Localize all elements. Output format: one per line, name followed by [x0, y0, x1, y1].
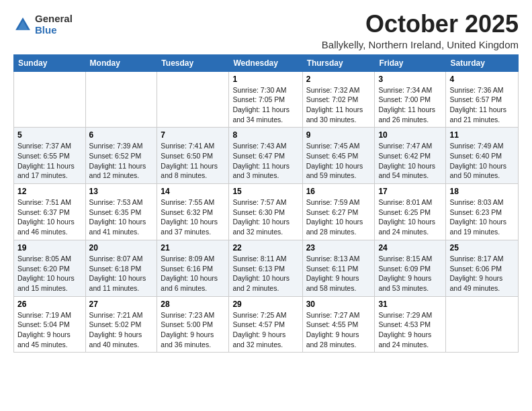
table-row: 15Sunrise: 7:57 AM Sunset: 6:30 PM Dayli… [229, 184, 302, 240]
page: General Blue October 2025 Ballykelly, No… [0, 0, 532, 359]
day-number: 8 [232, 130, 298, 140]
day-info: Sunrise: 7:43 AM Sunset: 6:47 PM Dayligh… [232, 141, 298, 181]
day-info: Sunrise: 7:51 AM Sunset: 6:37 PM Dayligh… [17, 197, 82, 237]
day-info: Sunrise: 7:49 AM Sunset: 6:40 PM Dayligh… [449, 141, 515, 181]
table-row: 18Sunrise: 8:03 AM Sunset: 6:23 PM Dayli… [446, 184, 519, 240]
day-info: Sunrise: 7:25 AM Sunset: 4:57 PM Dayligh… [232, 310, 298, 350]
day-number: 11 [449, 130, 515, 140]
day-number: 27 [89, 300, 154, 309]
table-row: 2Sunrise: 7:32 AM Sunset: 7:02 PM Daylig… [302, 71, 375, 128]
day-info: Sunrise: 8:13 AM Sunset: 6:11 PM Dayligh… [306, 254, 371, 293]
calendar-week-row: 12Sunrise: 7:51 AM Sunset: 6:37 PM Dayli… [14, 184, 519, 240]
calendar-header-row: Sunday Monday Tuesday Wednesday Thursday… [14, 54, 519, 71]
logo-text: General Blue [35, 13, 73, 36]
table-row: 10Sunrise: 7:47 AM Sunset: 6:42 PM Dayli… [375, 128, 446, 184]
day-info: Sunrise: 7:59 AM Sunset: 6:27 PM Dayligh… [306, 197, 371, 237]
day-number: 13 [89, 187, 154, 196]
table-row: 8Sunrise: 7:43 AM Sunset: 6:47 PM Daylig… [229, 128, 302, 184]
calendar-week-row: 26Sunrise: 7:19 AM Sunset: 5:04 PM Dayli… [14, 296, 519, 353]
day-info: Sunrise: 8:03 AM Sunset: 6:23 PM Dayligh… [449, 197, 515, 237]
table-row: 17Sunrise: 8:01 AM Sunset: 6:25 PM Dayli… [375, 184, 446, 240]
calendar-table: Sunday Monday Tuesday Wednesday Thursday… [13, 54, 519, 353]
table-row: 9Sunrise: 7:45 AM Sunset: 6:45 PM Daylig… [302, 128, 375, 184]
day-info: Sunrise: 7:45 AM Sunset: 6:45 PM Dayligh… [306, 141, 371, 181]
day-number: 2 [306, 75, 371, 84]
table-row [14, 71, 86, 128]
calendar-week-row: 19Sunrise: 8:05 AM Sunset: 6:20 PM Dayli… [14, 240, 519, 296]
day-info: Sunrise: 8:15 AM Sunset: 6:09 PM Dayligh… [378, 254, 442, 293]
day-info: Sunrise: 7:36 AM Sunset: 6:57 PM Dayligh… [449, 85, 515, 125]
calendar-week-row: 5Sunrise: 7:37 AM Sunset: 6:55 PM Daylig… [14, 128, 519, 184]
logo: General Blue [13, 13, 73, 36]
day-number: 28 [161, 300, 225, 309]
day-info: Sunrise: 8:11 AM Sunset: 6:13 PM Dayligh… [232, 254, 298, 293]
day-info: Sunrise: 7:30 AM Sunset: 7:05 PM Dayligh… [232, 85, 298, 125]
day-number: 26 [17, 300, 82, 309]
day-info: Sunrise: 7:37 AM Sunset: 6:55 PM Dayligh… [17, 141, 82, 181]
day-info: Sunrise: 7:21 AM Sunset: 5:02 PM Dayligh… [89, 310, 154, 350]
table-row: 27Sunrise: 7:21 AM Sunset: 5:02 PM Dayli… [85, 296, 157, 353]
table-row [157, 71, 229, 128]
table-row: 20Sunrise: 8:07 AM Sunset: 6:18 PM Dayli… [85, 240, 157, 296]
day-info: Sunrise: 7:23 AM Sunset: 5:00 PM Dayligh… [161, 310, 225, 350]
day-number: 31 [378, 300, 442, 309]
day-info: Sunrise: 8:09 AM Sunset: 6:16 PM Dayligh… [161, 254, 225, 293]
day-number: 3 [378, 75, 442, 84]
day-info: Sunrise: 7:29 AM Sunset: 4:53 PM Dayligh… [378, 310, 442, 350]
day-info: Sunrise: 7:27 AM Sunset: 4:55 PM Dayligh… [306, 310, 371, 350]
day-number: 19 [17, 243, 82, 253]
day-number: 10 [378, 130, 442, 140]
table-row: 23Sunrise: 8:13 AM Sunset: 6:11 PM Dayli… [302, 240, 375, 296]
table-row: 12Sunrise: 7:51 AM Sunset: 6:37 PM Dayli… [14, 184, 86, 240]
table-row: 4Sunrise: 7:36 AM Sunset: 6:57 PM Daylig… [446, 71, 519, 128]
day-number: 9 [306, 130, 371, 140]
table-row: 22Sunrise: 8:11 AM Sunset: 6:13 PM Dayli… [229, 240, 302, 296]
day-info: Sunrise: 7:41 AM Sunset: 6:50 PM Dayligh… [161, 141, 225, 181]
day-number: 1 [232, 75, 298, 84]
month-title: October 2025 [322, 11, 519, 38]
day-number: 24 [378, 243, 442, 253]
day-number: 6 [89, 130, 154, 140]
logo-general: General [35, 13, 73, 25]
table-row: 30Sunrise: 7:27 AM Sunset: 4:55 PM Dayli… [302, 296, 375, 353]
day-info: Sunrise: 8:17 AM Sunset: 6:06 PM Dayligh… [449, 254, 515, 293]
location-title: Ballykelly, Northern Ireland, United Kin… [322, 39, 519, 50]
header-saturday: Saturday [446, 54, 519, 71]
day-number: 30 [306, 300, 371, 309]
day-info: Sunrise: 7:55 AM Sunset: 6:32 PM Dayligh… [161, 197, 225, 237]
day-number: 12 [17, 187, 82, 196]
header-sunday: Sunday [14, 54, 86, 71]
title-block: October 2025 Ballykelly, Northern Irelan… [322, 11, 519, 50]
header-thursday: Thursday [302, 54, 375, 71]
logo-blue: Blue [35, 25, 73, 36]
table-row [446, 296, 519, 353]
day-number: 21 [161, 243, 225, 253]
table-row: 14Sunrise: 7:55 AM Sunset: 6:32 PM Dayli… [157, 184, 229, 240]
table-row: 28Sunrise: 7:23 AM Sunset: 5:00 PM Dayli… [157, 296, 229, 353]
table-row: 24Sunrise: 8:15 AM Sunset: 6:09 PM Dayli… [375, 240, 446, 296]
day-number: 18 [449, 187, 515, 196]
day-info: Sunrise: 8:05 AM Sunset: 6:20 PM Dayligh… [17, 254, 82, 293]
day-number: 17 [378, 187, 442, 196]
table-row: 25Sunrise: 8:17 AM Sunset: 6:06 PM Dayli… [446, 240, 519, 296]
day-number: 29 [232, 300, 298, 309]
day-number: 5 [17, 130, 82, 140]
table-row: 19Sunrise: 8:05 AM Sunset: 6:20 PM Dayli… [14, 240, 86, 296]
day-info: Sunrise: 7:19 AM Sunset: 5:04 PM Dayligh… [17, 310, 82, 350]
logo-icon [13, 15, 32, 34]
day-info: Sunrise: 8:01 AM Sunset: 6:25 PM Dayligh… [378, 197, 442, 237]
day-number: 25 [449, 243, 515, 253]
day-info: Sunrise: 7:32 AM Sunset: 7:02 PM Dayligh… [306, 85, 371, 125]
table-row: 26Sunrise: 7:19 AM Sunset: 5:04 PM Dayli… [14, 296, 86, 353]
day-number: 15 [232, 187, 298, 196]
day-number: 4 [449, 75, 515, 84]
day-number: 16 [306, 187, 371, 196]
table-row: 21Sunrise: 8:09 AM Sunset: 6:16 PM Dayli… [157, 240, 229, 296]
table-row: 16Sunrise: 7:59 AM Sunset: 6:27 PM Dayli… [302, 184, 375, 240]
calendar-week-row: 1Sunrise: 7:30 AM Sunset: 7:05 PM Daylig… [14, 71, 519, 128]
header-monday: Monday [85, 54, 157, 71]
table-row [85, 71, 157, 128]
day-number: 7 [161, 130, 225, 140]
header-wednesday: Wednesday [229, 54, 302, 71]
table-row: 3Sunrise: 7:34 AM Sunset: 7:00 PM Daylig… [375, 71, 446, 128]
